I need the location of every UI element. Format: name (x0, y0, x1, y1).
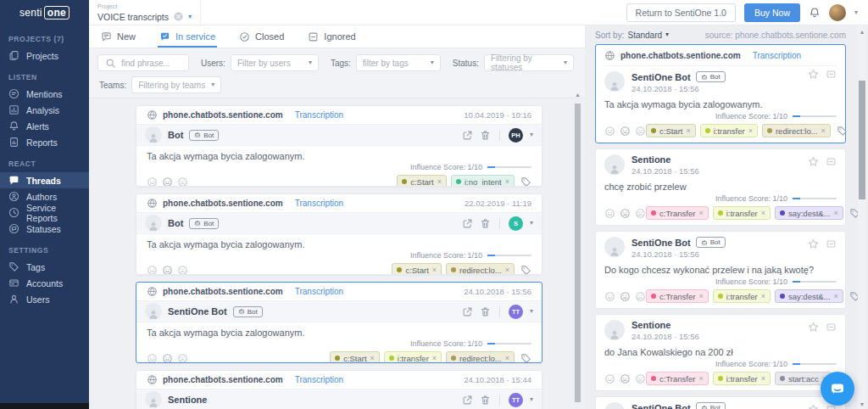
external-link-icon[interactable] (462, 306, 473, 317)
tag-remove-icon[interactable]: × (505, 266, 509, 274)
frown-icon[interactable] (177, 265, 188, 276)
star-icon[interactable] (808, 238, 819, 249)
collapse-icon[interactable] (826, 69, 837, 80)
tag-pill[interactable]: c:Start× (397, 175, 447, 187)
transcription-link[interactable]: Transcription (295, 375, 343, 384)
external-link-icon[interactable] (462, 130, 473, 141)
tag-remove-icon[interactable]: × (761, 209, 765, 217)
assignee-caret-icon[interactable]: ▾ (530, 132, 533, 138)
influence-slider[interactable] (487, 255, 531, 256)
tag-pill[interactable]: i:no_intent× (451, 175, 515, 187)
frown-icon[interactable] (635, 291, 646, 302)
thread-list-scrollbar[interactable]: ▲ (574, 92, 581, 409)
tag-pill[interactable]: redirect:lo...× (762, 124, 831, 137)
user-avatar[interactable] (829, 4, 846, 21)
tab-closed[interactable]: Closed (239, 25, 284, 48)
tag-pill[interactable]: c:Transfer× (646, 289, 709, 303)
tag-remove-icon[interactable]: × (505, 177, 509, 186)
sidebar-item-tags[interactable]: Tags (0, 259, 89, 275)
conversation-message-card[interactable]: SentiOne BotBot24.10.2018 · 15:56Do kogo… (595, 231, 846, 309)
neutral-icon[interactable] (162, 265, 173, 276)
star-icon[interactable] (808, 322, 819, 333)
tag-pill[interactable]: i:transfer× (384, 351, 442, 363)
conversation-message-card[interactable]: SentiOne BotBot24.10.2018 · 15:56Z jakie… (595, 396, 846, 409)
conversation-message-card[interactable]: phone.chatbots.sentione.comTranscription… (595, 44, 846, 143)
tag-pill[interactable]: i:transfer× (713, 289, 771, 303)
tag-remove-icon[interactable]: × (437, 177, 442, 186)
sort-by-value[interactable]: Standard (627, 31, 662, 40)
neutral-icon[interactable] (162, 176, 173, 188)
assign-tag-icon[interactable] (520, 353, 531, 364)
buy-now-button[interactable]: Buy Now (744, 3, 800, 22)
assignee-avatar[interactable]: S (509, 216, 523, 231)
tags-filter-dropdown[interactable]: filter by tags▾ (356, 54, 441, 71)
sort-caret-icon[interactable]: ▾ (665, 31, 669, 38)
tag-pill[interactable]: say:dest&...× (775, 289, 843, 303)
tag-pill[interactable]: redirect:lo...× (446, 263, 515, 275)
frown-icon[interactable] (177, 353, 188, 364)
project-caret-icon[interactable]: ▾ (188, 14, 192, 20)
tag-remove-icon[interactable]: × (834, 292, 838, 300)
influence-slider[interactable] (793, 115, 837, 117)
trash-icon[interactable] (480, 218, 491, 229)
smile-icon[interactable] (604, 373, 615, 384)
neutral-icon[interactable] (162, 353, 173, 364)
smile-icon[interactable] (147, 176, 158, 188)
search-input[interactable] (121, 59, 186, 68)
thread-card[interactable]: phone.chatbots.sentione.comTranscription… (136, 105, 542, 187)
tag-remove-icon[interactable]: × (698, 374, 703, 383)
scroll-down-icon[interactable]: ▼ (858, 401, 866, 407)
user-menu-caret-icon[interactable]: ▾ (854, 9, 858, 16)
tag-pill[interactable]: i:transfer× (713, 372, 771, 385)
sidebar-item-reports[interactable]: Reports (0, 134, 89, 150)
sidebar-item-projects[interactable]: Projects (0, 48, 89, 64)
influence-slider[interactable] (487, 343, 531, 345)
influence-slider[interactable] (487, 166, 531, 168)
external-link-icon[interactable] (462, 395, 473, 406)
tag-pill[interactable]: i:transfer× (700, 124, 758, 137)
transcription-link[interactable]: Transcription (295, 199, 343, 208)
neutral-icon[interactable] (620, 126, 631, 137)
thread-card[interactable]: phone.chatbots.sentione.comTranscription… (136, 193, 542, 275)
sidebar-item-users[interactable]: Users (0, 291, 89, 307)
tag-pill[interactable]: say:dest&...× (775, 206, 843, 220)
tag-pill[interactable]: c:Start× (392, 263, 442, 275)
tag-pill[interactable]: redirect:lo...× (446, 351, 515, 363)
tag-remove-icon[interactable]: × (686, 126, 690, 135)
tag-remove-icon[interactable]: × (698, 209, 703, 217)
status-filter-dropdown[interactable]: Filtering by statuses▾ (484, 54, 574, 71)
smile-icon[interactable] (604, 208, 615, 219)
tab-ignored[interactable]: Ignored (308, 25, 355, 48)
smile-icon[interactable] (147, 353, 158, 364)
tag-remove-icon[interactable]: × (761, 292, 765, 300)
tab-new[interactable]: New (101, 25, 136, 48)
collapse-icon[interactable] (826, 156, 837, 167)
sentione-logo[interactable]: sentione (0, 0, 89, 25)
sidebar-item-analysis[interactable]: Analysis (0, 102, 89, 118)
conversation-message-card[interactable]: Sentione24.10.2018 · 15:56chcę zrobić pr… (595, 148, 846, 226)
sidebar-item-accounts[interactable]: Accounts (0, 275, 89, 291)
sidebar-item-mentions[interactable]: Mentions (0, 86, 89, 102)
sidebar-item-statuses[interactable]: Statuses (0, 221, 89, 237)
chat-launcher-button[interactable] (821, 372, 854, 406)
star-icon[interactable] (808, 69, 819, 80)
transcription-link[interactable]: Transcription (753, 51, 801, 60)
tag-pill[interactable]: c:Transfer× (646, 372, 709, 385)
notifications-bell-icon[interactable] (809, 7, 821, 19)
frown-icon[interactable] (635, 373, 646, 384)
assignee-avatar[interactable]: PH (509, 128, 523, 143)
star-icon[interactable] (808, 156, 819, 167)
assignee-caret-icon[interactable]: ▾ (530, 308, 533, 315)
tag-remove-icon[interactable]: × (432, 354, 437, 362)
tag-pill[interactable]: c:Start× (330, 351, 380, 363)
tag-remove-icon[interactable]: × (821, 126, 826, 135)
transcription-link[interactable]: Transcription (295, 110, 343, 120)
neutral-icon[interactable] (620, 291, 631, 302)
smile-icon[interactable] (604, 291, 615, 302)
scroll-up-icon[interactable]: ▲ (858, 29, 866, 35)
sidebar-item-service-reports[interactable]: Service Reports (0, 204, 89, 221)
neutral-icon[interactable] (620, 373, 631, 384)
transcription-link[interactable]: Transcription (295, 287, 343, 296)
tag-remove-icon[interactable]: × (370, 354, 375, 362)
assignee-caret-icon[interactable]: ▾ (530, 220, 533, 227)
